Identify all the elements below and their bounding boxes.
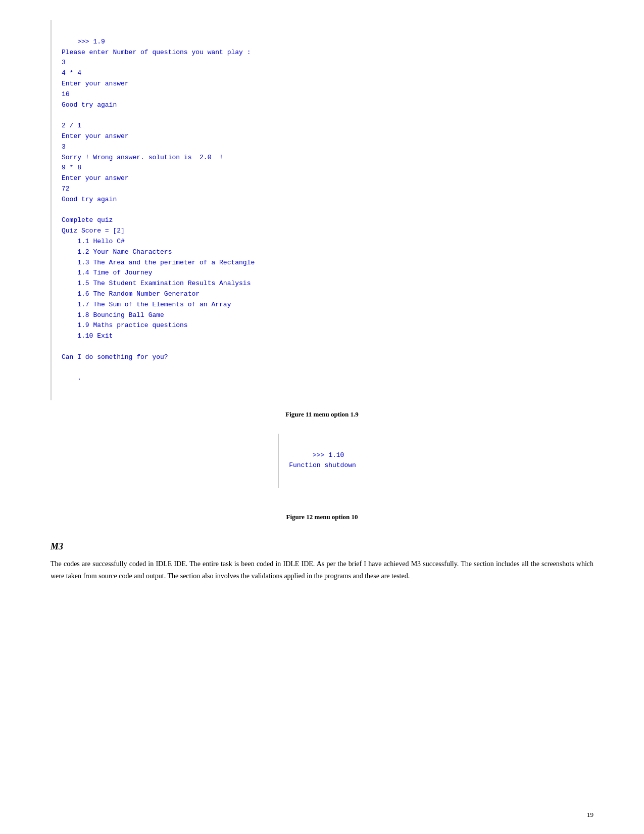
- figure12-caption: Figure 12 menu option 10: [51, 513, 593, 521]
- figure11-caption-text: menu option 1.9: [312, 410, 358, 418]
- figure12-wrapper: >>> 1.10 Function shutdown: [51, 434, 593, 498]
- figure11-caption: Figure 11 menu option 1.9: [51, 410, 593, 419]
- page-container: >>> 1.9 Please enter Number of questions…: [0, 0, 644, 834]
- page-number: 19: [587, 811, 593, 819]
- m3-heading: M3: [51, 541, 593, 552]
- figure12-code-content: >>> 1.10 Function shutdown: [289, 451, 356, 470]
- figure12-caption-bold: Figure 12: [286, 513, 313, 521]
- m3-paragraph: The codes are successfully coded in IDLE…: [51, 558, 593, 582]
- figure12-code-block: >>> 1.10 Function shutdown: [278, 434, 366, 488]
- figure11-code-block: >>> 1.9 Please enter Number of questions…: [51, 20, 593, 400]
- figure12-caption-text: menu option 10: [313, 513, 358, 521]
- figure11-code-content: >>> 1.9 Please enter Number of questions…: [62, 38, 255, 382]
- figure11-caption-bold: Figure 11: [285, 410, 312, 418]
